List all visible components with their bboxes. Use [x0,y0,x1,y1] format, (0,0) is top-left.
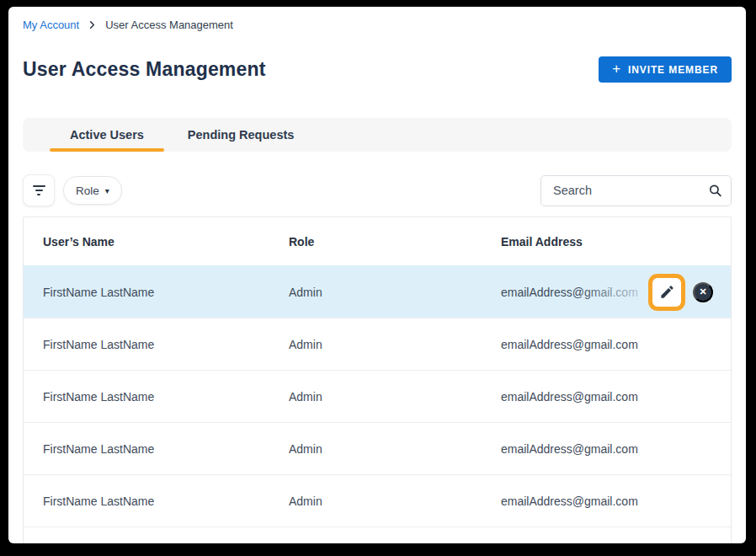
invite-member-label: INVITE MEMBER [628,64,718,76]
breadcrumb-my-account-link[interactable]: My Account [23,19,79,31]
invite-member-button[interactable]: + INVITE MEMBER [599,56,732,83]
email-text: emailAddress@gmail.com [501,338,638,351]
email-text: emailAddress@gmail.com [501,286,638,299]
page-title: User Access Management [23,58,266,81]
tab-label: Active Users [70,128,144,142]
partial-row [24,527,731,543]
search-container [540,175,732,206]
cell-email: emailAddress@gmail.com [501,495,731,508]
chevron-down-icon: ▾ [105,186,109,195]
email-text: emailAddress@gmail.com [501,442,638,456]
role-filter-label: Role [76,184,99,197]
tab[interactable]: Pending Requests [166,118,317,152]
users-table: User’s Name Role Email Address FirstName… [23,217,732,543]
cell-email: emailAddress@gmail.com [501,442,731,456]
table-body: FirstName LastName Admin emailAddress@gm… [24,265,731,527]
table-row[interactable]: FirstName LastName Admin emailAddress@gm… [24,422,731,474]
table-row[interactable]: FirstName LastName Admin emailAddress@gm… [24,474,731,527]
filter-lines-icon [33,185,45,195]
breadcrumb: My Account User Access Management [23,19,732,31]
table-row[interactable]: FirstName LastName Admin emailAddress@gm… [24,370,731,422]
search-icon[interactable] [708,184,722,198]
user-access-management-page: My Account User Access Management User A… [8,7,746,543]
cell-role: Admin [289,286,501,299]
cell-user-name: FirstName LastName [24,286,289,299]
filter-button[interactable] [23,174,55,206]
cell-role: Admin [289,390,501,404]
table-row[interactable]: FirstName LastName Admin emailAddress@gm… [24,318,731,370]
table-row[interactable]: FirstName LastName Admin emailAddress@gm… [24,265,731,318]
column-header-users-name: User’s Name [24,235,289,249]
column-header-email: Email Address [501,235,731,249]
email-text: emailAddress@gmail.com [501,495,638,508]
plus-icon: + [612,61,621,76]
cell-role: Admin [289,338,501,351]
cell-email: emailAddress@gmail.com [501,338,731,351]
cell-user-name: FirstName LastName [24,390,289,404]
tab-label: Pending Requests [188,128,295,142]
cell-role: Admin [289,495,501,508]
cell-user-name: FirstName LastName [24,495,289,508]
page-header: User Access Management + INVITE MEMBER [23,56,732,83]
role-filter-dropdown[interactable]: Role ▾ [63,176,122,205]
cell-user-name: FirstName LastName [24,338,289,351]
breadcrumb-current-page: User Access Management [105,19,233,31]
search-input[interactable] [540,175,732,206]
pencil-icon [659,284,675,300]
cell-email: emailAddress@gmail.com [501,390,731,404]
cell-user-name: FirstName LastName [24,442,289,456]
remove-user-button[interactable]: ✕ [693,282,713,302]
email-text: emailAddress@gmail.com [501,390,638,404]
edit-user-button[interactable] [648,274,685,311]
column-header-role: Role [289,235,501,249]
chevron-right-icon [88,20,97,29]
row-actions: ✕ [648,274,713,311]
close-icon: ✕ [699,286,706,297]
cell-role: Admin [289,442,501,456]
toolbar: Role ▾ [23,174,732,206]
active-tab-underline [50,148,164,152]
tab[interactable]: Active Users [48,118,166,152]
tab-bar: Active Users Pending Requests [23,118,732,152]
table-header-row: User’s Name Role Email Address [24,217,731,265]
